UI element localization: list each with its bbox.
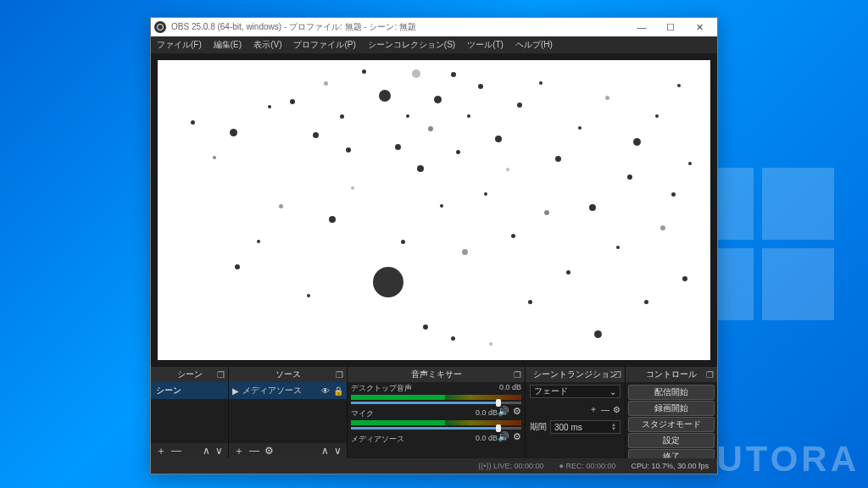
duration-input[interactable]: 300 ms ▲▼ xyxy=(550,420,620,434)
transitions-header[interactable]: シーントランジション ❐ xyxy=(526,367,625,382)
remove-transition-button[interactable]: — xyxy=(601,405,609,414)
menu-file[interactable]: ファイル(F) xyxy=(151,36,208,53)
obs-window: OBS 25.0.8 (64-bit, windows) - プロファイル: 無… xyxy=(150,17,718,474)
statusbar: ((•)) LIVE: 00:00:00 REC: 00:00:00 CPU: … xyxy=(151,458,717,474)
popout-icon[interactable]: ❐ xyxy=(514,370,521,380)
volume-slider[interactable] xyxy=(351,427,521,430)
sources-dock: ソース ❐ ▶ メディアソース 👁 🔒 ＋ — ⚙ ∧ ∨ xyxy=(229,367,348,458)
exit-button[interactable]: 終了 xyxy=(628,449,715,458)
scene-up-button[interactable]: ∧ xyxy=(203,445,210,457)
rec-status: REC: 00:00:00 xyxy=(559,462,615,470)
source-down-button[interactable]: ∨ xyxy=(334,445,342,457)
sources-header[interactable]: ソース ❐ xyxy=(229,367,347,382)
menu-profile[interactable]: プロファイル(P) xyxy=(287,36,361,53)
source-item[interactable]: ▶ メディアソース 👁 🔒 xyxy=(229,382,347,399)
menu-edit[interactable]: 編集(E) xyxy=(208,36,248,53)
menubar: ファイル(F) 編集(E) 表示(V) プロファイル(P) シーンコレクション(… xyxy=(151,36,717,53)
scenes-dock: シーン ❐ シーン ＋ — ∧ ∨ xyxy=(151,367,229,458)
volume-slider[interactable] xyxy=(351,402,521,404)
menu-help[interactable]: ヘルプ(H) xyxy=(509,36,559,53)
preview-area xyxy=(151,53,717,367)
remove-source-button[interactable]: — xyxy=(249,445,259,457)
menu-scene-collection[interactable]: シーンコレクション(S) xyxy=(362,36,461,53)
settings-button[interactable]: 設定 xyxy=(628,433,715,448)
menu-view[interactable]: 表示(V) xyxy=(248,36,287,53)
popout-icon[interactable]: ❐ xyxy=(336,370,343,380)
titlebar[interactable]: OBS 25.0.8 (64-bit, windows) - プロファイル: 無… xyxy=(151,18,717,36)
menu-tools[interactable]: ツール(T) xyxy=(461,36,509,53)
controls-header[interactable]: コントロール ❐ xyxy=(626,367,717,382)
gear-icon[interactable]: ⚙ xyxy=(513,406,521,417)
window-title: OBS 25.0.8 (64-bit, windows) - プロファイル: 無… xyxy=(171,21,627,33)
minimize-button[interactable]: — xyxy=(627,18,656,36)
mixer-dock: 音声ミキサー ❐ デスクトップ音声0.0 dB 🔊⚙ マイク0.0 dB 🔊⚙ xyxy=(348,367,526,458)
add-source-button[interactable]: ＋ xyxy=(234,444,244,458)
popout-icon[interactable]: ❐ xyxy=(614,370,621,380)
scene-down-button[interactable]: ∨ xyxy=(215,445,223,457)
speaker-icon[interactable]: 🔊 xyxy=(498,431,509,442)
scene-item[interactable]: シーン xyxy=(151,382,228,399)
cpu-status: CPU: 10.7%, 30.00 fps xyxy=(631,462,709,470)
speaker-icon[interactable]: 🔊 xyxy=(498,406,509,417)
add-transition-button[interactable]: ＋ xyxy=(589,403,598,415)
add-scene-button[interactable]: ＋ xyxy=(156,444,166,458)
popout-icon[interactable]: ❐ xyxy=(706,370,714,380)
maximize-button[interactable]: ☐ xyxy=(656,18,685,36)
start-streaming-button[interactable]: 配信開始 xyxy=(628,385,715,400)
start-recording-button[interactable]: 録画開始 xyxy=(628,401,715,416)
source-up-button[interactable]: ∧ xyxy=(321,445,329,457)
mixer-channel-desktop: デスクトップ音声0.0 dB 🔊⚙ xyxy=(348,382,525,408)
transition-settings-button[interactable]: ⚙ xyxy=(613,405,620,414)
bottom-docks: シーン ❐ シーン ＋ — ∧ ∨ ソース ❐ ▶ メディアソース xyxy=(151,367,717,458)
duration-label: 期間 xyxy=(530,421,547,433)
preview-canvas[interactable] xyxy=(158,60,710,360)
scenes-header[interactable]: シーン ❐ xyxy=(151,367,228,382)
visibility-icon[interactable]: 👁 xyxy=(321,386,330,396)
studio-mode-button[interactable]: スタジオモード xyxy=(628,417,715,432)
dropdown-icon: ⌄ xyxy=(609,387,616,396)
controls-dock: コントロール ❐ 配信開始 録画開始 スタジオモード 設定 終了 xyxy=(626,367,717,458)
gear-icon[interactable]: ⚙ xyxy=(513,431,521,442)
popout-icon[interactable]: ❐ xyxy=(217,370,225,380)
source-settings-button[interactable]: ⚙ xyxy=(264,445,274,457)
spinner-icon[interactable]: ▲▼ xyxy=(611,423,616,431)
source-label: メディアソース xyxy=(242,385,302,396)
play-icon: ▶ xyxy=(232,386,239,396)
transition-select[interactable]: フェード ⌄ xyxy=(530,385,620,398)
transitions-dock: シーントランジション ❐ フェード ⌄ ＋ — ⚙ 期間 xyxy=(526,367,626,458)
lock-icon[interactable]: 🔒 xyxy=(333,386,343,396)
close-button[interactable]: ✕ xyxy=(685,18,714,36)
obs-icon xyxy=(154,21,166,33)
live-status: ((•)) LIVE: 00:00:00 xyxy=(478,462,543,470)
remove-scene-button[interactable]: — xyxy=(171,445,181,457)
mixer-header[interactable]: 音声ミキサー ❐ xyxy=(348,367,525,382)
